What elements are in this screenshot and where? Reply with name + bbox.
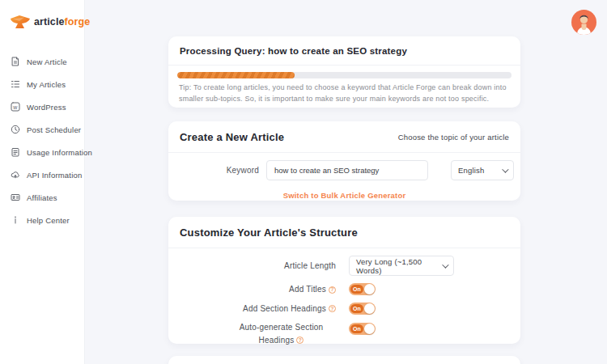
cloud-icon [11, 170, 20, 180]
sidebar-item-help-center[interactable]: Help Center [0, 209, 84, 231]
help-tooltip-icon[interactable]: ? [296, 336, 304, 344]
toggle-on-label: On [350, 324, 363, 333]
add-section-headings-label: Add Section Headings? [243, 303, 336, 315]
toggle-knob [364, 303, 375, 314]
sidebar-item-my-articles[interactable]: My Articles [0, 73, 84, 95]
toggle-knob [364, 284, 375, 294]
clipboard-icon [11, 147, 20, 157]
sidebar-item-label: New Article [27, 57, 67, 66]
keyword-label: Keyword [168, 166, 259, 175]
wordpress-icon: w [11, 102, 20, 112]
sidebar-item-label: Post Scheduler [27, 125, 81, 134]
article-length-row: Article Length Very Long (~1,500 Words) [168, 256, 520, 276]
sidebar-item-label: My Articles [27, 80, 66, 89]
add-titles-toggle[interactable]: On [349, 283, 376, 295]
add-titles-label: Add Titles? [289, 283, 336, 296]
processing-card-header: Processing Query: how to create an SEO s… [168, 36, 520, 66]
clock-icon [11, 125, 20, 134]
sidebar-item-new-article[interactable]: New Article [0, 50, 84, 73]
auto-generate-headings-label: Auto-generate Section Headings? [227, 321, 336, 346]
progress-bar [168, 66, 520, 78]
help-tooltip-icon[interactable]: ? [329, 286, 336, 294]
add-titles-row: Add Titles? On [168, 283, 520, 296]
processing-card: Processing Query: how to create an SEO s… [168, 36, 520, 108]
brand-logo[interactable]: articleforge [0, 0, 84, 32]
toggle-on-label: On [350, 304, 363, 313]
language-select[interactable]: English [451, 160, 514, 180]
sidebar-item-wordpress[interactable]: w WordPress [0, 95, 84, 118]
sidebar-item-label: Help Center [27, 216, 70, 225]
create-card-title: Create a New Article [180, 131, 284, 143]
create-card-subtitle: Choose the topic of your article [398, 133, 509, 142]
customize-card-body: Article Length Very Long (~1,500 Words) … [168, 248, 520, 346]
help-tooltip-icon[interactable]: ? [329, 305, 336, 312]
brand-name-dark: article [34, 16, 65, 28]
processing-tip-text: Tip: To create long articles, you need t… [168, 78, 520, 105]
list-icon [11, 79, 20, 89]
chevron-down-icon [502, 166, 508, 172]
keyword-input[interactable] [266, 160, 428, 180]
brand-name-accent: forge [65, 16, 91, 28]
switch-bulk-generator-link[interactable]: Switch to Bulk Article Generator [168, 191, 520, 200]
auto-generate-headings-toggle[interactable]: On [349, 323, 376, 335]
sidebar-menu: New Article My Articles w WordPress Post… [0, 50, 84, 231]
auto-generate-headings-row: Auto-generate Section Headings? On [168, 321, 520, 346]
info-icon [11, 215, 20, 225]
toggle-on-label: On [350, 285, 363, 294]
article-length-select-value: Very Long (~1,500 Words) [356, 257, 442, 275]
customize-structure-card: Customize Your Article's Structure Artic… [168, 217, 520, 344]
svg-text:w: w [12, 104, 18, 110]
sidebar-item-api-information[interactable]: API Information [0, 163, 84, 186]
id-card-icon [11, 193, 20, 202]
sidebar-item-label: Affiliates [27, 193, 57, 202]
sidebar-item-label: Usage Information [27, 148, 92, 157]
add-section-headings-row: Add Section Headings? On [168, 303, 520, 315]
keyword-row: Keyword English [168, 160, 520, 180]
sidebar-item-label: WordPress [27, 103, 66, 112]
sidebar-item-label: API Information [27, 171, 82, 180]
processing-title: Processing Query: how to create an SEO s… [180, 46, 407, 56]
create-card-header: Create a New Article Choose the topic of… [168, 121, 520, 153]
anvil-logo-icon [8, 11, 32, 32]
brand-name: articleforge [34, 16, 90, 28]
user-avatar[interactable] [571, 10, 596, 35]
sidebar: articleforge New Article My Articles w W… [0, 0, 85, 364]
sidebar-item-usage-information[interactable]: Usage Information [0, 141, 84, 163]
main-area: Processing Query: how to create an SEO s… [85, 0, 607, 364]
language-select-value: English [458, 166, 485, 175]
customize-card-title: Customize Your Article's Structure [180, 226, 358, 239]
article-length-select[interactable]: Very Long (~1,500 Words) [349, 256, 454, 276]
sidebar-item-affiliates[interactable]: Affiliates [0, 186, 84, 209]
next-card-partial [168, 356, 520, 364]
create-article-card: Create a New Article Choose the topic of… [168, 121, 520, 201]
add-section-headings-toggle[interactable]: On [349, 303, 376, 315]
progress-track [177, 72, 511, 78]
sidebar-item-post-scheduler[interactable]: Post Scheduler [0, 118, 84, 141]
customize-card-header: Customize Your Article's Structure [168, 217, 520, 248]
document-icon [11, 57, 20, 66]
progress-fill [177, 72, 295, 78]
toggle-knob [364, 324, 375, 334]
article-length-label: Article Length [284, 260, 336, 273]
chevron-down-icon [442, 261, 448, 268]
